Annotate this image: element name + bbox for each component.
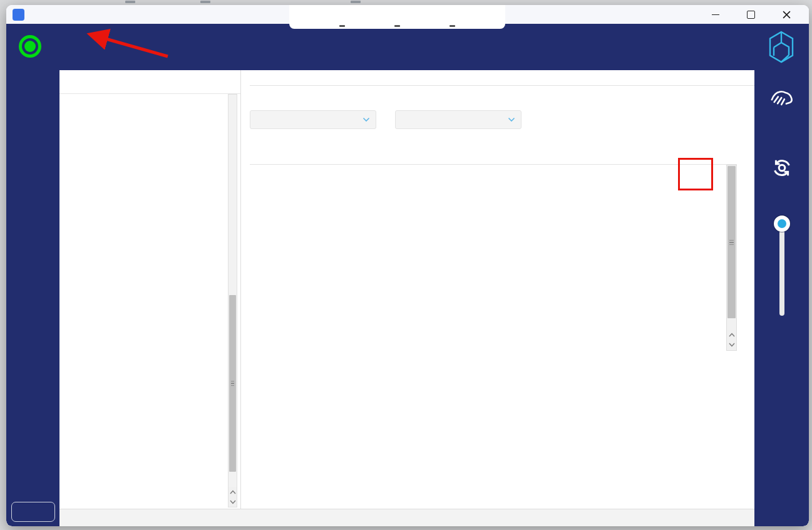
maximize-button[interactable] (746, 10, 756, 19)
tree-scrollbar-thumb[interactable] (229, 295, 236, 472)
task-config-info (435, 29, 444, 72)
window-controls (711, 10, 803, 19)
background-window-fragment (125, 1, 135, 3)
jog-sidebar (754, 70, 809, 526)
table-scrollbar[interactable] (726, 165, 737, 351)
tree-collapse-header[interactable] (59, 70, 240, 94)
content-area (59, 70, 754, 526)
annotation-highlight-box (678, 158, 713, 190)
io-type-select[interactable] (395, 110, 522, 129)
table-scroll-up-button[interactable] (727, 330, 736, 340)
speed-readout (754, 333, 809, 335)
background-window-fragment (200, 1, 210, 3)
primary-sidebar (6, 70, 59, 526)
minimize-button[interactable] (711, 10, 720, 19)
io-config-main-panel (241, 70, 754, 509)
close-button[interactable] (782, 10, 791, 19)
app-body (6, 70, 809, 526)
desktop (0, 0, 812, 530)
chevron-down-icon (362, 117, 370, 122)
table-scroll-down-button[interactable] (727, 340, 736, 350)
manual-mode-button[interactable] (754, 86, 809, 117)
tree-scroll-down-button[interactable] (229, 497, 237, 507)
status-bar (59, 509, 754, 526)
io-config-form (250, 376, 754, 509)
d2ac-logo-button[interactable] (11, 502, 55, 522)
hand-icon (769, 86, 794, 112)
vnc-logo-icon (13, 9, 24, 21)
loop-mode-button[interactable] (754, 157, 809, 187)
tree-scrollbar[interactable] (228, 94, 237, 507)
config-tree (59, 94, 240, 509)
page-title (250, 76, 754, 86)
app-topbar (6, 24, 809, 70)
table-scrollbar-thumb[interactable] (727, 166, 736, 318)
tree-scroll-up-button[interactable] (229, 487, 237, 497)
brand-cube-icon (765, 30, 798, 66)
status-green-icon (19, 35, 41, 58)
cycle-icon (769, 157, 794, 182)
robot-mode-indicator (19, 35, 50, 58)
table-filters (250, 110, 522, 129)
vnc-viewer-window (6, 5, 809, 526)
background-window-fragment (351, 1, 361, 3)
speed-slider[interactable] (779, 216, 784, 316)
vnc-toolbar-pill[interactable] (289, 5, 505, 29)
speed-slider-handle[interactable] (774, 216, 790, 232)
chevron-down-icon (508, 117, 515, 122)
config-tree-panel (59, 70, 241, 509)
io-table (250, 164, 737, 351)
io-direction-select[interactable] (250, 110, 376, 129)
